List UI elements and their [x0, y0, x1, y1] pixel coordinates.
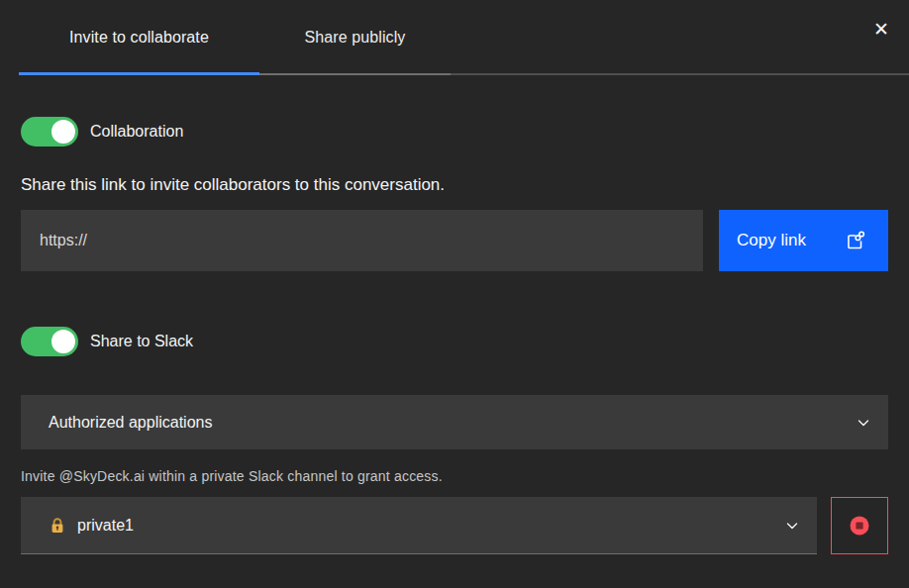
tab-invite-label: Invite to collaborate	[69, 29, 209, 47]
slack-toggle-row: Share to Slack	[21, 327, 888, 356]
toggle-knob	[51, 330, 75, 353]
collaboration-toggle-label: Collaboration	[90, 123, 183, 141]
slack-toggle-label: Share to Slack	[90, 333, 193, 350]
close-button[interactable]: ✕	[865, 14, 897, 46]
collaboration-toggle-row: Collaboration	[21, 117, 888, 147]
collaboration-toggle[interactable]	[21, 117, 78, 147]
lock-icon	[49, 517, 66, 535]
stop-icon	[847, 513, 872, 539]
tab-invite-to-collaborate[interactable]: Invite to collaborate	[19, 0, 259, 75]
remove-channel-button[interactable]	[831, 497, 888, 554]
tab-share-publicly[interactable]: Share publicly	[259, 0, 451, 75]
slack-helper-text: Invite @SkyDeck.ai within a private Slac…	[21, 468, 888, 484]
authorized-applications-dropdown[interactable]: Authorized applications	[21, 395, 888, 449]
authorized-applications-value: Authorized applications	[49, 414, 856, 432]
slack-channel-value: private1	[77, 517, 773, 535]
dialog-header: Invite to collaborate Share publicly ✕	[0, 0, 909, 75]
share-link-instruction: Share this link to invite collaborators …	[21, 175, 888, 195]
copy-link-icon	[845, 230, 866, 251]
header-divider	[451, 73, 909, 75]
tab-share-label: Share publicly	[305, 29, 406, 47]
close-icon: ✕	[873, 19, 889, 40]
copy-link-label: Copy link	[737, 231, 806, 250]
tab-bar: Invite to collaborate Share publicly	[0, 0, 909, 75]
copy-link-button[interactable]: Copy link	[719, 210, 888, 271]
share-link-row: Copy link	[21, 210, 888, 271]
slack-channel-row: private1	[21, 497, 888, 554]
toggle-knob	[51, 120, 75, 144]
slack-channel-dropdown[interactable]: private1	[21, 497, 817, 554]
dialog-content: Collaboration Share this link to invite …	[0, 117, 909, 554]
share-to-slack-toggle[interactable]	[21, 327, 78, 356]
chevron-down-icon	[856, 415, 871, 431]
share-dialog: Invite to collaborate Share publicly ✕ C…	[0, 0, 909, 554]
chevron-down-icon	[784, 518, 800, 534]
share-link-input[interactable]	[21, 210, 703, 271]
